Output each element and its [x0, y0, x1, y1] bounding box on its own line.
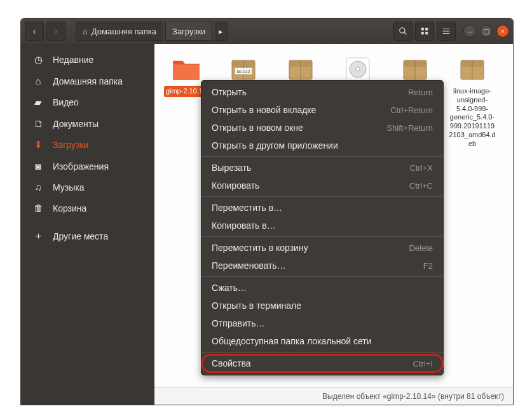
svg-rect-4 — [421, 32, 424, 34]
search-button[interactable] — [393, 22, 413, 41]
context-menu-label: Общедоступная папка локальной сети — [212, 336, 371, 346]
sidebar-item-label: Домашняя папка — [53, 76, 123, 86]
hamburger-menu-button[interactable] — [437, 22, 456, 41]
sidebar-item-1[interactable]: ⌂Домашняя папка — [21, 71, 154, 91]
titlebar: ‹ › ⌂ Домашняя папка Загрузки ▸ – ▢ × — [21, 18, 513, 44]
context-menu-item[interactable]: Общедоступная папка локальной сети — [201, 332, 443, 350]
window-controls: – ▢ × — [463, 25, 509, 37]
view-grid-button[interactable] — [415, 22, 434, 41]
search-icon — [399, 27, 407, 36]
sidebar-icon: ♫ — [32, 182, 44, 192]
breadcrumb-home[interactable]: ⌂ Домашняя папка — [76, 22, 163, 41]
sidebar-item-0[interactable]: ◷Недавние — [21, 49, 154, 71]
file-item[interactable]: linux-image-unsigned-5.4.0-999-generic_5… — [447, 55, 498, 149]
context-menu-item[interactable]: Копировать в… — [201, 217, 443, 234]
sidebar-item-5[interactable]: ◙Изображения — [21, 156, 154, 177]
context-menu-separator — [201, 352, 443, 353]
context-menu-shortcut: Return — [408, 88, 433, 97]
context-menu-label: Открыть в терминале — [212, 300, 301, 311]
context-menu-item[interactable]: Открыть в новой вкладкеCtrl+Return — [201, 101, 443, 119]
context-menu-shortcut: Ctrl+Return — [390, 105, 433, 115]
context-menu-item[interactable]: Переименовать…F2 — [201, 257, 443, 274]
svg-rect-5 — [425, 32, 428, 34]
sidebar-icon: 🗑 — [32, 203, 44, 213]
grid-icon — [420, 27, 429, 36]
context-menu-shortcut: Ctrl+X — [410, 163, 433, 173]
sidebar: ◷Недавние⌂Домашняя папка▰Видео🗋Документы… — [21, 44, 154, 405]
context-menu-item[interactable]: ОткрытьReturn — [201, 83, 443, 101]
sidebar-icon: ＋ — [32, 230, 44, 242]
forward-button[interactable]: › — [46, 22, 65, 41]
context-menu-item[interactable]: КопироватьCtrl+C — [201, 177, 443, 194]
svg-line-1 — [404, 32, 407, 35]
context-menu-label: Открыть — [212, 87, 247, 97]
context-menu-label: Переместить в корзину — [212, 243, 308, 253]
context-menu-item[interactable]: Открыть в терминале — [201, 297, 443, 314]
context-menu-separator — [201, 196, 443, 197]
sidebar-icon: ⌂ — [32, 76, 44, 86]
sidebar-item-3[interactable]: 🗋Документы — [21, 113, 154, 134]
sidebar-item-8[interactable]: ＋Другие места — [21, 225, 154, 247]
sidebar-icon: ▰ — [32, 97, 44, 108]
context-menu-item[interactable]: СвойстваCtrl+I — [201, 354, 443, 372]
sidebar-item-6[interactable]: ♫Музыка — [21, 177, 154, 198]
sidebar-item-2[interactable]: ▰Видео — [21, 91, 154, 113]
back-button[interactable]: ‹ — [25, 22, 44, 41]
breadcrumb-current[interactable]: Загрузки — [165, 22, 212, 41]
context-menu-item[interactable]: Открыть в другом приложении — [201, 137, 443, 154]
close-button[interactable]: × — [496, 25, 509, 37]
file-icon — [456, 55, 488, 83]
context-menu-label: Копировать в… — [212, 220, 276, 231]
sidebar-item-label: Корзина — [53, 203, 86, 213]
context-menu-label: Переместить в… — [212, 203, 282, 213]
breadcrumb-expand[interactable]: ▸ — [215, 22, 228, 41]
sidebar-item-label: Загрузки — [53, 140, 88, 150]
svg-point-0 — [400, 28, 405, 33]
svg-rect-2 — [421, 28, 424, 30]
sidebar-item-4[interactable]: ⬇Загрузки — [21, 134, 154, 156]
svg-rect-3 — [425, 28, 428, 30]
svg-point-19 — [356, 67, 360, 71]
context-menu-separator — [201, 156, 443, 157]
context-menu-item[interactable]: Переместить в корзинуDelete — [201, 239, 443, 257]
sidebar-item-7[interactable]: 🗑Корзина — [21, 198, 154, 219]
maximize-button[interactable]: ▢ — [480, 25, 493, 37]
sidebar-icon: ◙ — [32, 161, 44, 172]
context-menu-label: Открыть в новой вкладке — [212, 105, 316, 115]
sidebar-item-label: Недавние — [53, 55, 93, 65]
context-menu-item[interactable]: Открыть в новом окнеShift+Return — [201, 119, 443, 137]
context-menu-item[interactable]: Переместить в… — [201, 199, 443, 217]
minimize-button[interactable]: – — [463, 25, 476, 37]
context-menu-label: Открыть в другом приложении — [212, 140, 338, 151]
context-menu-label: Свойства — [212, 358, 250, 368]
sidebar-icon: ◷ — [32, 54, 44, 65]
context-menu-item[interactable]: ВырезатьCtrl+X — [201, 159, 443, 177]
sidebar-item-label: Изображения — [53, 161, 109, 172]
context-menu-label: Копировать — [212, 180, 259, 191]
context-menu-label: Вырезать — [212, 163, 251, 173]
context-menu-label: Сжать… — [212, 283, 247, 293]
context-menu-shortcut: Shift+Return — [386, 123, 433, 133]
file-icon — [285, 55, 317, 83]
breadcrumb-home-label: Домашняя папка — [92, 27, 156, 36]
home-icon: ⌂ — [83, 27, 88, 36]
context-menu: ОткрытьReturnОткрыть в новой вкладкеCtrl… — [201, 80, 444, 375]
context-menu-separator — [201, 276, 443, 277]
svg-text:tar.bz2: tar.bz2 — [236, 69, 250, 74]
context-menu-item[interactable]: Сжать… — [201, 279, 443, 297]
context-menu-item[interactable]: Отправить… — [201, 314, 443, 332]
breadcrumb-current-label: Загрузки — [172, 27, 205, 36]
sidebar-icon: 🗋 — [32, 118, 44, 129]
context-menu-label: Открыть в новом окне — [212, 123, 303, 133]
context-menu-shortcut: Delete — [409, 243, 433, 253]
statusbar: Выделен объект «gimp-2.10.14» (внутри 81… — [154, 387, 513, 405]
sidebar-item-label: Музыка — [53, 182, 85, 192]
file-icon: tar.bz2 — [228, 55, 259, 83]
context-menu-label: Отправить… — [212, 318, 264, 328]
sidebar-item-label: Видео — [53, 97, 79, 107]
context-menu-shortcut: F2 — [423, 261, 433, 271]
file-icon — [170, 55, 202, 83]
sidebar-item-label: Другие места — [53, 231, 108, 241]
file-label: linux-image-unsigned-5.4.0-999-generic_5… — [447, 86, 498, 149]
menu-icon — [442, 27, 451, 36]
